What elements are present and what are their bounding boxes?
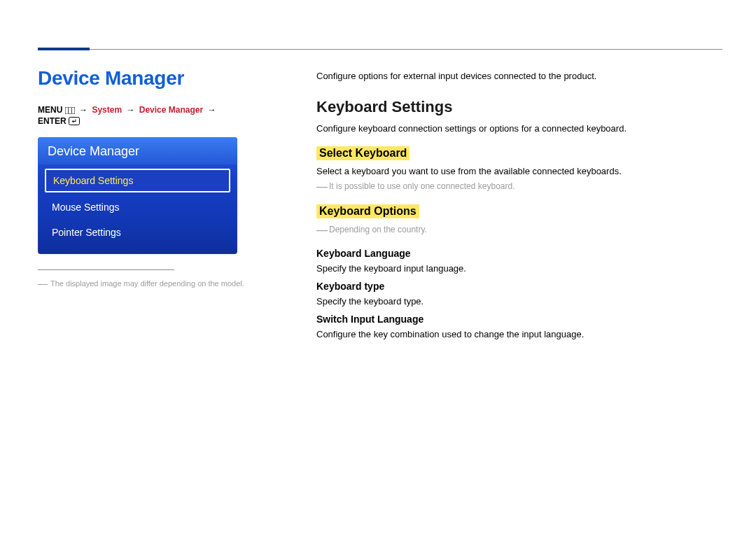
page-title: Device Manager (38, 67, 248, 90)
sub-heading-switch-input-language: Switch Input Language (316, 314, 715, 325)
nav-menu-label: MENU (38, 105, 62, 115)
enter-icon (69, 117, 80, 127)
osd-item-pointer-settings[interactable]: Pointer Settings (45, 222, 230, 243)
left-column: Device Manager MENU → System → Device Ma… (38, 67, 248, 291)
osd-item-keyboard-settings[interactable]: Keyboard Settings (45, 169, 230, 192)
nav-seg-system: System (92, 105, 122, 115)
header-rule (38, 49, 722, 50)
group-select-keyboard: Select Keyboard Select a keyboard you wa… (316, 146, 715, 193)
note-dash-icon: ― (316, 224, 328, 236)
right-column: Configure options for external input dev… (316, 71, 715, 349)
menu-icon (65, 106, 75, 116)
osd-header: Device Manager (38, 137, 237, 164)
intro-text: Configure options for external input dev… (316, 71, 715, 81)
nav-arrow: → (124, 105, 136, 115)
nav-enter-label: ENTER (38, 116, 66, 126)
note-text: It is possible to use only one connected… (329, 181, 515, 191)
sub-desc: Select a keyboard you want to use from t… (316, 166, 715, 176)
header-rule-accent (38, 48, 90, 50)
nav-arrow: → (206, 105, 218, 115)
sub-heading-keyboard-language: Keyboard Language (316, 248, 715, 259)
nav-arrow: → (77, 105, 90, 115)
nav-seg-device-manager: Device Manager (139, 105, 203, 115)
note: ―Depending on the country. (316, 224, 715, 237)
left-footnote: ―The displayed image may differ dependin… (38, 277, 248, 291)
sub-desc: Specify the keyboard type. (316, 296, 715, 307)
note-text: Depending on the country. (329, 225, 427, 234)
sub-desc: Configure the key combination used to ch… (316, 329, 715, 339)
svg-rect-0 (65, 107, 75, 114)
note: ―It is possible to use only one connecte… (316, 181, 715, 193)
breadcrumb: MENU → System → Device Manager → ENTER (38, 105, 248, 127)
sub-heading-select-keyboard: Select Keyboard (316, 146, 410, 160)
osd-item-mouse-settings[interactable]: Mouse Settings (45, 197, 230, 218)
footnote-text: The displayed image may differ depending… (50, 279, 244, 288)
footnote-dash-icon: ― (38, 278, 48, 289)
sub-desc: Specify the keyboard input language. (316, 263, 715, 274)
section-desc: Configure keyboard connection settings o… (316, 123, 715, 134)
sub-heading-keyboard-options: Keyboard Options (316, 204, 419, 218)
osd-panel: Device Manager Keyboard Settings Mouse S… (38, 137, 237, 254)
section-heading-keyboard-settings: Keyboard Settings (316, 98, 715, 116)
group-keyboard-options: Keyboard Options ―Depending on the count… (316, 204, 715, 339)
note-dash-icon: ― (316, 181, 328, 192)
footnote-divider (38, 269, 174, 270)
sub-heading-keyboard-type: Keyboard type (316, 281, 715, 292)
